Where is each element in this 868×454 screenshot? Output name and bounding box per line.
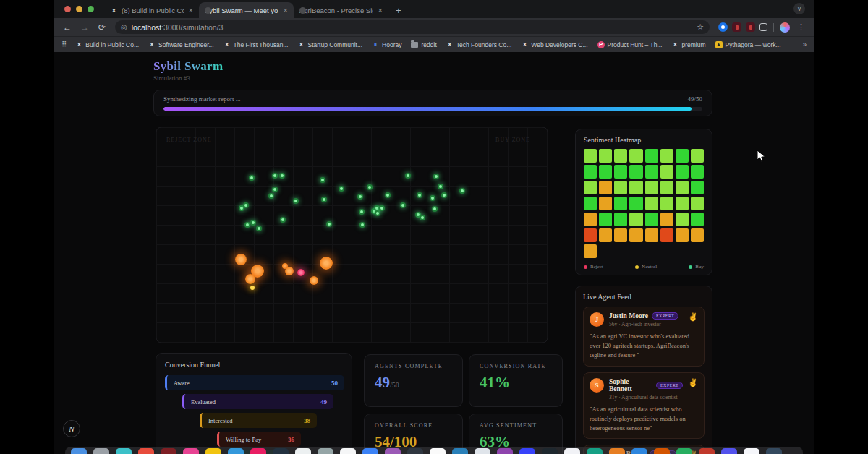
- agent-dot-orange: [245, 274, 255, 284]
- dock-app-icon-13[interactable]: [362, 448, 378, 454]
- dock-app-icon-30[interactable]: [744, 448, 760, 454]
- dock-app-icon-29[interactable]: [721, 448, 737, 454]
- tab-close-icon[interactable]: ×: [187, 6, 195, 14]
- agent-dot-yellow: [250, 286, 255, 290]
- zoom-window-button[interactable]: [88, 6, 94, 12]
- close-window-button[interactable]: [64, 6, 71, 12]
- tab-favicon-2-icon: [299, 7, 306, 14]
- bookmark-label: Product Hunt – Th...: [608, 41, 663, 48]
- funnel-bar-value: 50: [331, 380, 338, 387]
- dock-app-icon-23[interactable]: [587, 448, 603, 454]
- legend-dot-icon: [584, 265, 587, 269]
- apps-grid-icon[interactable]: ⠿: [61, 40, 67, 48]
- bookmark-label: Web Developers C...: [531, 41, 587, 48]
- bookmark-item-8[interactable]: PProduct Hunt – Th...: [594, 40, 666, 50]
- dock-app-icon-24[interactable]: [609, 448, 625, 454]
- bookmark-item-6[interactable]: XTech Founders Co...: [443, 40, 516, 50]
- new-tab-button[interactable]: +: [388, 5, 409, 18]
- agent-dot-green: [385, 192, 391, 198]
- stat-value: 41%: [480, 374, 552, 392]
- bookmark-item-2[interactable]: XThe First Thousan...: [220, 40, 292, 50]
- bookmark-item-0[interactable]: XBuild in Public Co...: [72, 40, 142, 50]
- dock-app-icon-1[interactable]: [93, 448, 109, 454]
- dock-app-icon-20[interactable]: [519, 448, 535, 454]
- dock-app-icon-28[interactable]: [699, 448, 715, 454]
- dock-app-icon-0[interactable]: [71, 448, 87, 454]
- heatmap-cell: [629, 181, 642, 194]
- dock-app-icon-27[interactable]: [676, 448, 692, 454]
- dock-app-icon-4[interactable]: [161, 448, 176, 454]
- profile-avatar[interactable]: [780, 22, 790, 33]
- simulation-canvas: REJECT ZONE BUY ZONE: [156, 127, 548, 343]
- tab-close-icon[interactable]: ×: [377, 6, 384, 14]
- extensions-puzzle-icon[interactable]: [760, 23, 767, 31]
- tab-close-icon[interactable]: ×: [282, 6, 289, 14]
- heatmap-cell: [691, 213, 704, 226]
- address-bar[interactable]: ◎ localhost:3000/simulation/3 ☆: [115, 20, 710, 34]
- funnel-bar-label: Interested: [208, 417, 233, 424]
- agent-dot-green: [400, 202, 406, 208]
- agent-dot-green: [432, 206, 438, 212]
- dock-app-icon-11[interactable]: [318, 448, 333, 454]
- dock-app-icon-8[interactable]: [250, 448, 266, 454]
- heatmap-cell: [629, 213, 642, 226]
- heatmap-cell: [614, 197, 627, 210]
- bookmark-item-10[interactable]: ▲Pythagora — work...: [712, 40, 785, 50]
- bookmarks-overflow-icon[interactable]: »: [802, 40, 807, 48]
- browser-menu-icon[interactable]: ⋮: [794, 22, 808, 32]
- dock-app-icon-22[interactable]: [564, 448, 580, 454]
- extension-red-icon[interactable]: [732, 22, 741, 32]
- bookmark-item-9[interactable]: Xpremium: [668, 40, 709, 50]
- bookmark-item-4[interactable]: ‖Hooray: [368, 40, 405, 50]
- dock-app-icon-31[interactable]: [766, 448, 782, 454]
- browser-window: X(8) Build in Public Communit×Sybil Swar…: [54, 0, 814, 454]
- extension-red2-icon[interactable]: [746, 22, 755, 32]
- bookmark-item-7[interactable]: XWeb Developers C...: [517, 40, 591, 50]
- nextjs-dev-badge[interactable]: N: [63, 420, 80, 437]
- minimize-window-button[interactable]: [76, 6, 82, 12]
- heatmap-cell: [629, 165, 642, 179]
- funnel-bar-interested: Interested38: [200, 413, 317, 428]
- dock-app-icon-17[interactable]: [452, 448, 468, 454]
- forward-icon[interactable]: →: [77, 22, 92, 33]
- site-info-icon[interactable]: ◎: [121, 23, 127, 31]
- bookmark-item-3[interactable]: XStartup Communit...: [294, 40, 366, 50]
- dock-app-icon-15[interactable]: [407, 448, 423, 454]
- bookmark-star-icon[interactable]: ☆: [697, 22, 704, 32]
- stat-value-suffix: /50: [390, 381, 399, 389]
- dock-app-icon-14[interactable]: [385, 448, 401, 454]
- dock-app-icon-16[interactable]: [430, 448, 446, 454]
- dock-app-icon-9[interactable]: [273, 448, 289, 454]
- bookmark-item-1[interactable]: XSoftware Engineer...: [145, 40, 218, 50]
- dock-app-icon-18[interactable]: [475, 448, 490, 454]
- agent-dot-magenta: [297, 269, 305, 276]
- heatmap-cell: [629, 197, 642, 210]
- hand-emoji-icon: ✌: [688, 312, 698, 322]
- dock-app-icon-3[interactable]: [138, 448, 154, 454]
- reload-icon[interactable]: ⟳: [95, 22, 109, 33]
- agent-dot-green: [359, 209, 365, 215]
- dock-app-icon-19[interactable]: [497, 448, 513, 454]
- browser-tab-2[interactable]: AgriBeacon - Precise Signals×: [294, 2, 388, 18]
- dock-app-icon-2[interactable]: [116, 448, 132, 454]
- agent-dot-green: [433, 174, 439, 179]
- dock-app-icon-25[interactable]: [631, 448, 647, 454]
- dock-app-icon-6[interactable]: [205, 448, 221, 454]
- bookmark-x-icon: X: [521, 41, 528, 48]
- dock-app-icon-5[interactable]: [183, 448, 199, 454]
- tab-search-chevron-icon[interactable]: ∨: [793, 3, 805, 14]
- browser-tab-0[interactable]: X(8) Build in Public Communit×: [104, 2, 199, 18]
- browser-tab-1[interactable]: Sybil Swarm — Meet your fir×: [199, 2, 294, 18]
- dock-app-icon-21[interactable]: [542, 448, 558, 454]
- expert-badge: EXPERT: [652, 312, 678, 320]
- back-icon[interactable]: ←: [60, 22, 75, 33]
- dock-app-icon-7[interactable]: [228, 448, 244, 454]
- stat-label: AGENTS COMPLETE: [375, 363, 452, 369]
- heatmap-cell: [599, 228, 612, 242]
- extension-blue-icon[interactable]: [718, 22, 728, 32]
- dock-app-icon-10[interactable]: [295, 448, 311, 454]
- dock-app-icon-12[interactable]: [340, 448, 356, 454]
- dock-app-icon-26[interactable]: [654, 448, 670, 454]
- heatmap-cell: [645, 213, 658, 226]
- bookmark-item-5[interactable]: reddit: [407, 40, 440, 50]
